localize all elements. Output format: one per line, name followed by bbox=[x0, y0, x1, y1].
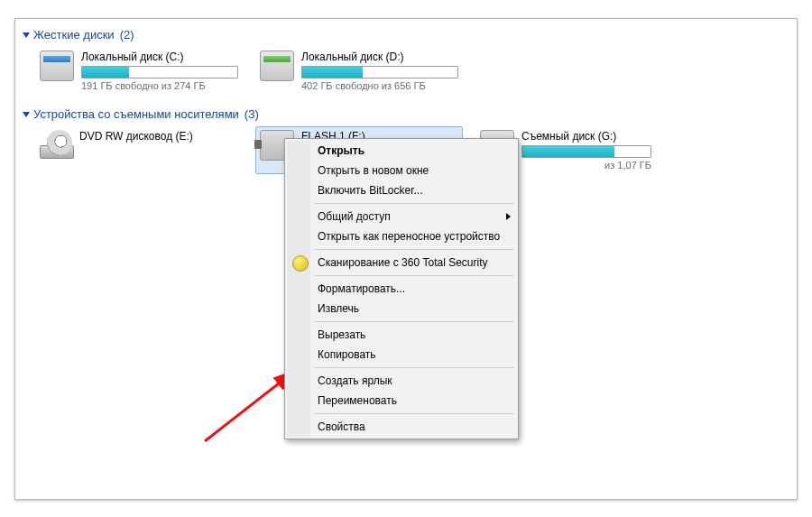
menu-open[interactable]: Открыть bbox=[287, 141, 516, 161]
menu-bitlocker[interactable]: Включить BitLocker... bbox=[287, 180, 516, 200]
drive-label: Локальный диск (D:) bbox=[301, 51, 458, 63]
separator bbox=[314, 275, 514, 276]
menu-copy[interactable]: Копировать bbox=[287, 345, 516, 365]
menu-open-new-window[interactable]: Открыть в новом окне bbox=[287, 161, 516, 180]
separator bbox=[314, 413, 514, 414]
menu-portable-device[interactable]: Открыть как переносное устройство bbox=[287, 226, 516, 246]
menu-create-shortcut[interactable]: Создать ярлык bbox=[287, 371, 516, 391]
drive-e-dvd[interactable]: DVD RW дисковод (E:) bbox=[35, 126, 243, 174]
menu-share[interactable]: Общий доступ bbox=[287, 207, 516, 226]
group-header-removable[interactable]: Устройства со съемными носителями (3) bbox=[23, 107, 789, 121]
separator bbox=[314, 249, 514, 250]
drive-label: Съемный диск (G:) bbox=[521, 130, 651, 143]
hdd-icon bbox=[260, 51, 294, 81]
separator bbox=[314, 203, 514, 204]
chevron-down-icon bbox=[23, 112, 30, 117]
menu-cut[interactable]: Вырезать bbox=[287, 325, 516, 345]
group-title: Устройства со съемными носителями bbox=[33, 107, 239, 121]
drive-c[interactable]: Локальный диск (C:) 191 ГБ свободно из 2… bbox=[35, 47, 243, 95]
dvd-icon bbox=[40, 130, 72, 159]
drive-free: 191 ГБ свободно из 274 ГБ bbox=[81, 80, 238, 91]
usage-bar bbox=[301, 66, 458, 78]
chevron-down-icon bbox=[23, 32, 30, 38]
submenu-arrow-icon bbox=[506, 213, 511, 220]
menu-scan-360[interactable]: Сканирование с 360 Total Security bbox=[287, 253, 516, 272]
menu-format[interactable]: Форматировать... bbox=[287, 279, 516, 299]
drive-label: Локальный диск (C:) bbox=[81, 51, 238, 63]
group-count: (2) bbox=[120, 28, 134, 42]
hdd-icon bbox=[40, 51, 74, 81]
usage-bar bbox=[521, 145, 651, 158]
group-title: Жесткие диски bbox=[33, 28, 115, 42]
menu-properties[interactable]: Свойства bbox=[287, 417, 516, 437]
drive-d[interactable]: Локальный диск (D:) 402 ГБ свободно из 6… bbox=[255, 47, 463, 95]
separator bbox=[314, 321, 514, 322]
group-header-hdd[interactable]: Жесткие диски (2) bbox=[23, 28, 789, 42]
usage-bar bbox=[81, 66, 238, 78]
context-menu: Открыть Открыть в новом окне Включить Bi… bbox=[284, 138, 519, 439]
menu-rename[interactable]: Переименовать bbox=[287, 391, 516, 411]
drive-free: 402 ГБ свободно из 656 ГБ bbox=[301, 80, 458, 91]
drive-free: из 1,07 ГБ bbox=[521, 160, 651, 171]
separator bbox=[314, 367, 514, 368]
menu-eject[interactable]: Извлечь bbox=[287, 299, 516, 319]
svg-line-0 bbox=[205, 371, 295, 441]
shield-icon bbox=[292, 255, 309, 272]
drive-label: DVD RW дисковод (E:) bbox=[79, 130, 238, 143]
group-count: (3) bbox=[245, 107, 259, 121]
explorer-panel: Жесткие диски (2) Локальный диск (C:) 19… bbox=[14, 18, 798, 500]
